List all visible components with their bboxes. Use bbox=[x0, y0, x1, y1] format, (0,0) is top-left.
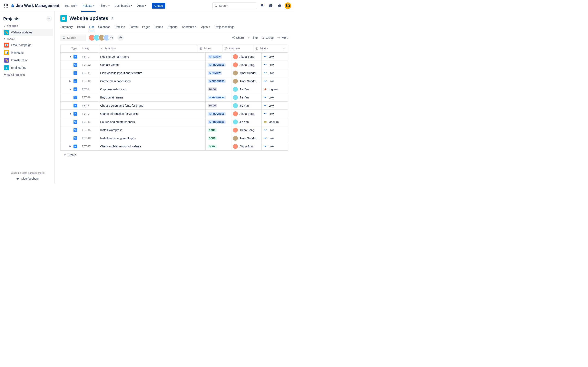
sidebar-section-recent[interactable]: ▼RECENT bbox=[2, 36, 53, 41]
assignee-avatar[interactable] bbox=[233, 95, 238, 100]
status-badge[interactable]: DONE bbox=[208, 128, 217, 132]
assignee-avatar[interactable] bbox=[233, 119, 238, 124]
issue-key[interactable]: TBT-16 bbox=[82, 137, 91, 140]
issue-key[interactable]: TBT-9 bbox=[82, 112, 89, 115]
sidebar-item-website-updates[interactable]: ✏️Website updates bbox=[2, 29, 53, 36]
expand-caret-icon[interactable]: ▼ bbox=[69, 88, 72, 91]
assignee-avatar[interactable] bbox=[233, 87, 238, 92]
assignee-avatar[interactable] bbox=[233, 128, 238, 133]
status-badge[interactable]: IN PROGRESS bbox=[208, 79, 226, 83]
issue-summary[interactable]: Organize webhosting bbox=[100, 88, 127, 91]
tab-project-settings[interactable]: Project settings bbox=[215, 24, 234, 31]
add-project-button[interactable]: + bbox=[46, 16, 52, 22]
status-badge[interactable]: IN PROGRESS bbox=[208, 63, 226, 67]
add-column-button[interactable]: + bbox=[280, 44, 288, 52]
status-badge[interactable]: IN PROGRESS bbox=[208, 120, 226, 124]
tab-calendar[interactable]: Calendar bbox=[98, 24, 110, 31]
share-button[interactable]: Share bbox=[232, 36, 244, 39]
create-issue-row[interactable]: + Create bbox=[61, 151, 288, 159]
issue-key[interactable]: TBT-7 bbox=[82, 104, 89, 107]
sidebar-item-engineering[interactable]: 🖥Engineering bbox=[2, 64, 53, 71]
nav-item-dashboards[interactable]: Dashboards▼ bbox=[113, 3, 134, 8]
product-logo[interactable]: Jira Work Management bbox=[11, 3, 60, 8]
sidebar-section-starred[interactable]: ▼STARRED bbox=[2, 24, 53, 29]
automation-icon[interactable] bbox=[111, 17, 114, 20]
th-status[interactable]: Status bbox=[199, 47, 211, 50]
tab-forms[interactable]: Forms bbox=[130, 24, 138, 31]
tab-shortcuts[interactable]: Shortcuts▼ bbox=[182, 24, 197, 31]
issue-summary[interactable]: Check mobile version of website bbox=[100, 145, 141, 148]
tab-issues[interactable]: Issues bbox=[155, 24, 163, 31]
status-badge[interactable]: IN REVIEW bbox=[208, 55, 222, 58]
nav-item-your-work[interactable]: Your work bbox=[63, 3, 79, 8]
issue-key[interactable]: TBT-19 bbox=[82, 96, 91, 99]
expand-caret-icon[interactable]: ▶ bbox=[69, 80, 72, 82]
th-key[interactable]: #Key bbox=[82, 47, 89, 50]
status-badge[interactable]: DONE bbox=[208, 136, 217, 140]
tab-board[interactable]: Board bbox=[77, 24, 85, 31]
issue-summary[interactable]: Install and configure plugins bbox=[100, 137, 136, 140]
issue-summary[interactable]: Choose colors and fonts for brand bbox=[100, 104, 143, 107]
status-badge[interactable]: IN PROGRESS bbox=[208, 112, 226, 116]
assignee-avatar[interactable] bbox=[233, 136, 238, 141]
give-feedback-button[interactable]: Give feedback bbox=[4, 177, 51, 180]
table-row[interactable]: TBT-22 Contact vendor IN PROGRESS Alana … bbox=[61, 61, 288, 69]
issue-key[interactable]: TBT-17 bbox=[82, 145, 91, 148]
sidebar-item-email-campaign[interactable]: 📧Email campaign bbox=[2, 42, 53, 49]
issue-summary[interactable]: Install Wordpress bbox=[100, 128, 122, 132]
status-badge[interactable]: IN REVIEW bbox=[208, 71, 222, 75]
issue-key[interactable]: TBT-12 bbox=[82, 80, 91, 83]
tab-pages[interactable]: Pages bbox=[142, 24, 150, 31]
assignee-avatar[interactable] bbox=[233, 54, 238, 59]
tab-list[interactable]: List bbox=[89, 24, 94, 31]
assignee-avatar[interactable] bbox=[233, 103, 238, 108]
status-badge[interactable]: DONE bbox=[208, 145, 217, 148]
th-assignee[interactable]: @Assignee bbox=[225, 47, 240, 50]
tab-timeline[interactable]: Timeline bbox=[114, 24, 125, 31]
issue-summary[interactable]: Plan website layout and structure bbox=[100, 71, 142, 75]
th-summary[interactable]: Summary bbox=[100, 47, 116, 50]
table-row[interactable]: ▼ TBT-9 Register domain name IN REVIEW A… bbox=[61, 53, 288, 61]
user-avatar[interactable] bbox=[285, 2, 291, 9]
status-badge[interactable]: TO DO bbox=[208, 87, 217, 91]
table-row[interactable]: ▶ TBT-12 Create main page video IN PROGR… bbox=[61, 77, 288, 85]
help-icon[interactable]: ? bbox=[268, 2, 274, 9]
sidebar-item-infrastructure[interactable]: ✏️Infrastructure bbox=[2, 57, 53, 64]
tab-summary[interactable]: Summary bbox=[61, 24, 73, 31]
issue-summary[interactable]: Contact vendor bbox=[100, 63, 120, 67]
global-search-input[interactable] bbox=[212, 2, 257, 9]
th-priority[interactable]: Priority bbox=[255, 47, 268, 50]
table-row[interactable]: TBT-16 Install and configure plugins DON… bbox=[61, 134, 288, 142]
issue-summary[interactable]: Gather information for website bbox=[100, 112, 139, 115]
status-badge[interactable]: TO DO bbox=[208, 104, 217, 108]
group-button[interactable]: Group bbox=[261, 36, 274, 39]
view-all-projects-link[interactable]: View all projects bbox=[2, 72, 53, 78]
tab-apps[interactable]: Apps▼ bbox=[201, 24, 210, 31]
expand-caret-icon[interactable]: ▶ bbox=[69, 145, 72, 148]
issue-summary[interactable]: Register domain name bbox=[100, 55, 129, 58]
add-member-button[interactable] bbox=[117, 34, 124, 41]
tab-reports[interactable]: Reports bbox=[167, 24, 177, 31]
notifications-icon[interactable] bbox=[259, 2, 265, 9]
filter-button[interactable]: Filter bbox=[247, 36, 258, 39]
nav-item-apps[interactable]: Apps▼ bbox=[136, 3, 148, 8]
issue-summary[interactable]: Create main page video bbox=[100, 80, 131, 83]
assignee-avatar[interactable] bbox=[233, 111, 238, 116]
issue-key[interactable]: TBT-11 bbox=[82, 120, 91, 123]
th-type[interactable]: Type bbox=[71, 47, 77, 50]
issue-key[interactable]: TBT-2 bbox=[82, 88, 89, 91]
issue-key[interactable]: TBT-9 bbox=[82, 55, 89, 58]
assignee-avatar[interactable] bbox=[233, 144, 238, 149]
table-row[interactable]: ▼ TBT-9 Gather information for website I… bbox=[61, 110, 288, 118]
status-badge[interactable]: IN PROGRESS bbox=[208, 96, 226, 99]
table-row[interactable]: ▶ TBT-17 Check mobile version of website… bbox=[61, 142, 288, 150]
issue-summary[interactable]: Buy domain name bbox=[100, 96, 123, 99]
sidebar-item-marketing[interactable]: 📊Marketing bbox=[2, 49, 53, 56]
table-row[interactable]: TBT-19 Buy domain name IN PROGRESS Jie Y… bbox=[61, 93, 288, 101]
expand-caret-icon[interactable]: ▼ bbox=[69, 113, 72, 115]
table-row[interactable]: TBT-15 Install Wordpress DONE Alana Song… bbox=[61, 126, 288, 134]
app-switcher-icon[interactable] bbox=[3, 2, 9, 9]
issue-key[interactable]: TBT-14 bbox=[82, 71, 91, 75]
table-row[interactable]: TBT-11 Source and create banners IN PROG… bbox=[61, 118, 288, 126]
table-row[interactable]: TBT-14 Plan website layout and structure… bbox=[61, 69, 288, 77]
